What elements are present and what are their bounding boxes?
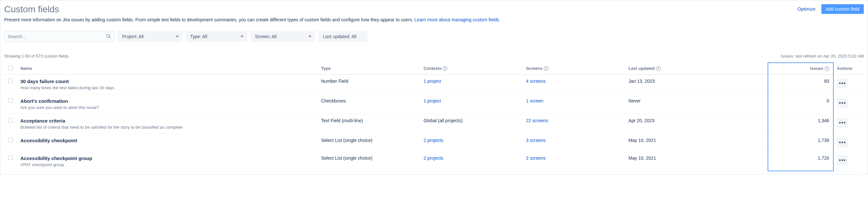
field-name: Accessibility checkpoint xyxy=(21,138,313,143)
row-checkbox[interactable] xyxy=(8,98,12,103)
row-actions-button[interactable]: ••• xyxy=(837,155,848,165)
refresh-info: Issues: last refresh on Apr 20, 2023 5:0… xyxy=(781,54,864,59)
search-input[interactable] xyxy=(4,31,114,42)
screens-link[interactable]: 1 screen xyxy=(526,98,544,103)
contexts-link[interactable]: 2 projects xyxy=(424,138,443,143)
issues-count: 0 xyxy=(768,95,833,114)
last-updated: May 10, 2021 xyxy=(625,152,768,171)
issues-count: 83 xyxy=(768,75,833,95)
contexts-link[interactable]: 1 project xyxy=(424,98,441,103)
page-description: Present more information on Jira issues … xyxy=(4,16,864,23)
issues-count: 1,739 xyxy=(768,134,833,152)
column-issues[interactable]: Issuesi xyxy=(768,62,833,75)
table-row: 30 days failure countHow many times the … xyxy=(4,75,864,95)
last-updated: Never xyxy=(625,95,768,114)
custom-fields-table: Name Type Contextsi Screensi Last update… xyxy=(4,62,864,171)
description-text: Present more information on Jira issues … xyxy=(4,17,414,22)
field-description: Bulleted list of criteria that need to b… xyxy=(21,125,313,130)
field-description: VPAT checkpoint group xyxy=(21,162,313,167)
svg-line-1 xyxy=(110,37,111,38)
column-type[interactable]: Type xyxy=(317,62,420,75)
field-type: Checkboxes xyxy=(317,95,420,114)
issues-count: 1,346 xyxy=(768,114,833,134)
table-row: Acceptance criteriaBulleted list of crit… xyxy=(4,114,864,134)
info-icon: i xyxy=(544,66,548,71)
page-title: Custom fields xyxy=(4,4,59,14)
column-contexts[interactable]: Contextsi xyxy=(420,62,522,75)
search-icon xyxy=(106,34,111,40)
table-row: Accessibility checkpoint groupVPAT check… xyxy=(4,152,864,171)
select-all-checkbox[interactable] xyxy=(8,66,12,70)
row-checkbox[interactable] xyxy=(8,138,12,142)
contexts-link[interactable]: 1 project xyxy=(424,78,441,84)
column-actions: Actions xyxy=(833,62,864,75)
row-actions-button[interactable]: ••• xyxy=(837,98,848,108)
field-name: Abort's confirmation xyxy=(21,98,313,104)
last-updated-filter[interactable]: Last updated: All xyxy=(318,31,368,42)
screen-filter[interactable]: Screen: All xyxy=(250,31,315,42)
screens-link[interactable]: 2 screens xyxy=(526,155,546,160)
field-name: Acceptance criteria xyxy=(21,118,313,123)
row-checkbox[interactable] xyxy=(8,78,12,83)
table-row: Accessibility checkpointSelect List (sin… xyxy=(4,134,864,152)
field-name: 30 days failure count xyxy=(21,78,313,84)
last-updated: Apr 20, 2023 xyxy=(625,114,768,134)
field-name: Accessibility checkpoint group xyxy=(21,155,313,161)
add-custom-field-button[interactable]: Add custom field xyxy=(822,4,864,14)
column-screens[interactable]: Screensi xyxy=(522,62,624,75)
field-type: Select List (single choice) xyxy=(317,134,420,152)
column-last-updated[interactable]: Last updatedi xyxy=(625,62,768,75)
screens-link[interactable]: 3 screens xyxy=(526,138,546,143)
column-name[interactable]: Name xyxy=(17,62,317,75)
type-filter[interactable]: Type: All xyxy=(186,31,247,42)
info-icon: i xyxy=(443,66,447,71)
showing-count: Showing 1-50 of 573 custom fields xyxy=(4,54,69,59)
field-type: Number Field xyxy=(317,75,420,95)
row-actions-button[interactable]: ••• xyxy=(837,78,848,88)
field-type: Select List (single choice) xyxy=(317,152,420,171)
info-icon: i xyxy=(656,66,661,71)
row-actions-button[interactable]: ••• xyxy=(837,138,848,147)
info-icon: i xyxy=(825,66,829,71)
screens-link[interactable]: 4 screens xyxy=(526,78,546,84)
project-filter[interactable]: Project: All xyxy=(118,31,182,42)
optimize-button[interactable]: Optimize xyxy=(795,4,818,13)
issues-count: 1,720 xyxy=(768,152,833,171)
field-description: How many times the test failed during la… xyxy=(21,85,313,90)
screens-link[interactable]: 22 screens xyxy=(526,118,548,123)
row-actions-button[interactable]: ••• xyxy=(837,118,848,128)
field-type: Text Field (multi-line) xyxy=(317,114,420,134)
row-checkbox[interactable] xyxy=(8,118,12,122)
table-row: Abort's confirmationAre you sure you wan… xyxy=(4,95,864,114)
contexts-link[interactable]: 2 projects xyxy=(424,155,443,160)
svg-point-0 xyxy=(107,34,110,37)
row-checkbox[interactable] xyxy=(8,155,12,160)
last-updated: Jan 13, 2023 xyxy=(625,75,768,95)
learn-more-link[interactable]: Learn more about managing custom fields xyxy=(414,17,499,22)
last-updated: May 10, 2021 xyxy=(625,134,768,152)
field-description: Are you sure you want to abort this issu… xyxy=(21,105,313,110)
contexts-text: Global (all projects) xyxy=(424,118,463,123)
